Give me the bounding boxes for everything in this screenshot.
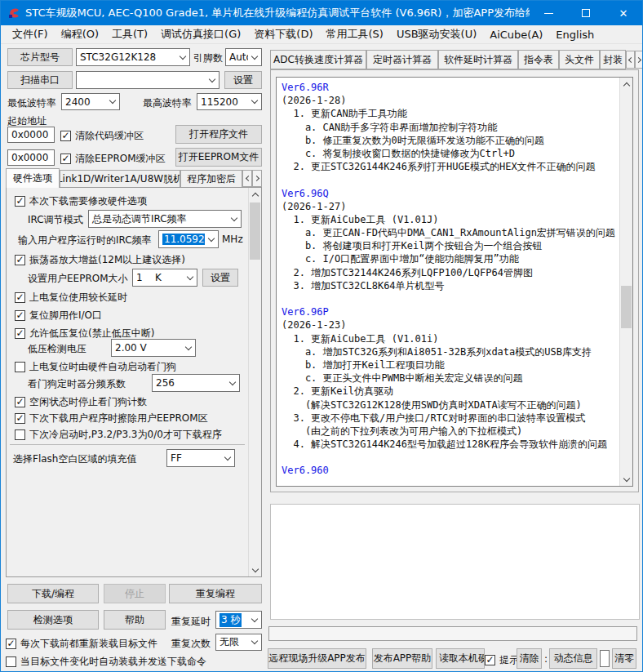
menu-item-7[interactable]: AiCube(A) [483,26,549,43]
menu-item-3[interactable]: 调试仿真接口(G) [154,24,247,44]
download-button[interactable]: 下载/编程 [7,584,99,603]
osc-gain-checkbox[interactable] [15,255,25,265]
flash-fill-combo[interactable]: FF [166,449,235,467]
scroll-up-icon[interactable] [249,188,261,201]
clear-code-checkbox[interactable] [60,131,71,141]
chevron-down-icon[interactable] [228,211,241,227]
repeat-count-combo[interactable]: 无限 [215,634,262,651]
repeat-delay-combo[interactable]: 3 秒 [215,611,262,629]
menu-item-6[interactable]: USB驱动安装(U) [390,24,483,44]
right-tab-5[interactable]: 封装 [600,50,626,69]
maximize-button[interactable] [567,1,605,25]
wdt-idle-checkbox[interactable] [15,397,25,407]
erase-eeprom-checkbox-row[interactable]: 下次下载用户程序时擦除用户EEPROM区 [15,412,208,425]
pin-count-combo[interactable]: Auto [225,48,262,66]
por-delay-checkbox-row[interactable]: 上电复位使用较长延时 [15,291,127,305]
chevron-down-icon[interactable] [248,612,261,628]
left-tab-2[interactable]: 程序加密后 [180,170,242,188]
chevron-down-icon[interactable] [182,340,195,356]
hardware-options-scrollbar[interactable] [248,188,261,576]
scroll-up-icon[interactable] [620,78,632,91]
reload-checkbox[interactable] [6,639,16,649]
chevron-down-icon[interactable] [176,49,189,65]
irc-freq-combo[interactable]: 11.0592 [158,230,219,248]
min-baud-combo[interactable]: 2400 [61,93,120,110]
cold-boot-checkbox[interactable] [15,429,25,440]
scrollbar-thumb[interactable] [621,286,632,328]
tip-checkbox[interactable] [485,655,495,665]
port-settings-button[interactable]: 设置 [224,71,262,89]
right-tab-3[interactable]: 指令表 [518,50,559,69]
eeprom-set-button[interactable]: 设置 [202,269,238,287]
chevron-down-icon[interactable] [248,49,261,65]
wdt-idle-checkbox-row[interactable]: 空闲状态时停止看门狗计数 [15,395,147,409]
chevron-down-icon[interactable] [248,94,261,109]
lvd-combo[interactable]: 2.00 V [111,339,196,357]
irc-mode-combo[interactable]: 总是动态调节IRC频率 [88,210,242,228]
menu-item-8[interactable]: English [549,26,601,43]
clear-code-checkbox-row[interactable]: 清除代码缓冲区 [60,129,144,143]
tab-scroll-left-button[interactable] [242,170,252,187]
clear-eeprom-checkbox[interactable] [60,154,71,164]
eeprom-size-combo[interactable]: 1 K [132,269,197,287]
read-disk-button[interactable]: 读取本机硬盘号 [436,648,485,669]
clear-eeprom-checkbox-row[interactable]: 清除EEPROM缓冲区 [60,152,166,166]
chip-model-combo[interactable]: STC32G12K128 [76,48,190,66]
left-tab-0[interactable]: 硬件选项 [6,168,60,188]
serial-port-combo[interactable] [76,71,220,89]
remote-app-publish-button[interactable]: 远程现场升级APP发布 [268,648,366,669]
code-address-input[interactable]: 0x0000 [7,127,55,143]
osc-gain-checkbox-row[interactable]: 振荡器放大增益(12M以上建议选择) [15,253,185,267]
dynamic-info-button[interactable]: 动态信息 [549,648,597,669]
menu-item-5[interactable]: 常用工具(S) [319,24,389,44]
scroll-down-icon[interactable] [249,563,261,576]
app-help-button[interactable]: 发布APP帮助 [372,648,432,669]
reset-count-button[interactable]: 清零 [612,648,636,669]
reload-checkbox-row[interactable]: 每次下载前都重新装载目标文件 [6,637,157,651]
right-tab-1[interactable]: 定时器计算器 [366,50,438,69]
release-notes-scrollbar[interactable] [619,78,632,486]
chip-model-button[interactable]: 芯片型号 [7,48,73,66]
scroll-down-icon[interactable] [620,473,632,486]
tip-checkbox-row[interactable]: 提示 [485,653,519,667]
open-eeprom-file-button[interactable]: 打开EEPROM文件 [175,148,262,167]
modify-hw-checkbox-row[interactable]: 本次下载需要修改硬件选项 [15,194,147,208]
release-notes-area[interactable]: Ver6.96R(2026-1-28) 1. 更新CAN助手工具功能 a. CA… [276,77,633,487]
wdt-div-combo[interactable]: 256 [152,374,240,392]
lvr-checkbox[interactable] [15,328,25,339]
menu-item-0[interactable]: 文件(F) [6,24,55,44]
scan-port-button[interactable]: 扫描串口 [7,71,73,89]
chevron-down-icon[interactable] [184,269,197,286]
chevron-down-icon[interactable] [205,231,218,247]
reset-io-checkbox-row[interactable]: 复位脚用作I/O口 [15,309,102,323]
wdt-auto-checkbox[interactable] [15,362,25,372]
reprogram-button[interactable]: 重复编程 [169,584,262,603]
chevron-down-icon[interactable] [206,72,219,88]
right-tab-2[interactable]: 软件延时计算器 [438,50,518,69]
menu-item-2[interactable]: 工具(T) [105,24,154,44]
right-tab-scroll-right-button[interactable] [635,51,643,69]
minimize-button[interactable] [530,1,567,25]
right-tab-scroll-left-button[interactable] [626,51,635,69]
tab-scroll-right-button[interactable] [252,170,262,187]
erase-eeprom-checkbox[interactable] [15,413,25,424]
chevron-down-icon[interactable] [226,375,239,391]
scrollbar-thumb[interactable] [250,202,260,260]
open-program-file-button[interactable]: 打开程序文件 [175,125,262,144]
success-count-field[interactable] [600,650,610,667]
max-baud-combo[interactable]: 115200 [197,93,262,110]
left-tab-1[interactable]: Link1D/Writer1A/U8W脱机 [60,170,180,188]
help-button[interactable]: 帮助 [104,610,166,630]
chevron-down-icon[interactable] [248,634,261,650]
autoload-checkbox[interactable] [6,656,16,667]
wdt-auto-checkbox-row[interactable]: 上电复位时由硬件自动启动看门狗 [15,360,176,374]
autoload-checkbox-row[interactable]: 当目标文件变化时自动装载并发送下载命令 [6,655,206,669]
modify-hw-checkbox[interactable] [15,196,25,207]
reset-io-checkbox[interactable] [15,310,25,321]
menu-item-1[interactable]: 编程(O) [55,24,105,44]
close-button[interactable]: ✕ [605,1,642,25]
right-tab-4[interactable]: 头文件 [559,50,600,69]
por-delay-checkbox[interactable] [15,292,25,303]
clear-button[interactable]: 清除 [517,648,542,669]
cold-boot-checkbox-row[interactable]: 下次冷启动时,P3.2/P3.3为0/0才可下载程序 [15,428,222,442]
